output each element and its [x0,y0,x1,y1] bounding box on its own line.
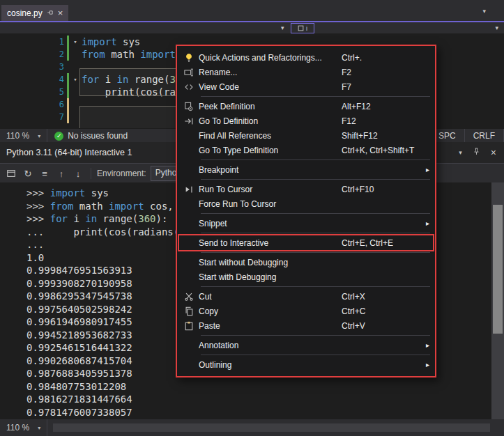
repl-token: sys [85,187,109,198]
menu-item-shortcut: F2 [342,68,421,77]
editor-zoom-value: 110 % [6,131,29,141]
menu-item-label: Cut [199,292,342,302]
menu-item-breakpoint[interactable]: Breakpoint▸ [179,162,433,177]
menu-item-paste[interactable]: PasteCtrl+V [179,318,433,333]
repl-token: ( [132,213,138,224]
tab-label: cosine.py [7,8,43,18]
code-token: math [105,49,141,60]
paste-icon [179,321,199,331]
menu-item-shortcut: Ctrl+F10 [342,185,421,194]
rename-icon [179,68,199,77]
repl-token: import [50,187,86,198]
environment-label: Environment: [97,169,146,178]
menu-item-snippet[interactable]: Snippet▸ [179,216,433,231]
indicator-crlf[interactable]: CRLF [464,129,504,143]
menu-item-copy[interactable]: CopyCtrl+C [179,304,433,318]
menu-item-go-to-type-definition[interactable]: Go To Type DefinitionCtrl+K, Ctrl+Shift+… [179,143,433,157]
menu-item-force-run-to-cursor[interactable]: Force Run To Cursor [179,196,433,211]
reset-icon[interactable]: ↻ [22,169,33,179]
menu-item-quick-actions-and-refactorings[interactable]: Quick Actions and Refactorings...Ctrl+. [179,50,433,65]
menu-item-outlining[interactable]: Outlining▸ [179,357,433,372]
menu-item-label: Send to Interactive [199,238,342,248]
menu-item-cut[interactable]: CutCtrl+X [179,289,433,304]
menu-item-label: Outlining [199,360,342,370]
menu-item-shortcut: Shift+F12 [342,131,421,141]
line-number: 5 [0,86,64,98]
vertical-scrollbar[interactable] [491,182,504,419]
editor-indicators: SPCCRLF [429,129,504,143]
repl-token: math [73,201,109,212]
clear-screen-icon[interactable]: ≡ [39,169,50,179]
menu-item-go-to-definition[interactable]: Go To DefinitionF12 [179,114,433,128]
menu-item-label: View Code [199,82,342,92]
window-menu-chevron-icon[interactable]: ▾ [459,149,462,156]
menu-item-start-without-debugging[interactable]: Start without Debugging [179,255,433,270]
zoom-chevron-icon: ▾ [38,425,40,431]
toolbar-badge[interactable]: i [291,23,314,33]
vertical-scrollbar-thumb[interactable] [493,205,503,334]
menu-separator [201,335,430,336]
repl-token: import [109,201,144,212]
menu-item-view-code[interactable]: View CodeF7 [179,79,433,94]
history-previous-icon[interactable]: ↑ [56,169,67,179]
lightbulb-icon [179,53,199,63]
zoom-chevron-icon: ▾ [38,133,40,139]
menu-item-annotation[interactable]: Annotation▸ [179,338,433,352]
line-number: 6 [0,98,64,111]
fold-chevron-icon[interactable]: ▾ [69,36,82,48]
go-to-definition-icon [179,116,199,126]
cut-icon [179,292,199,302]
repl-token: 0.984807753012208 [26,381,126,392]
context-menu: Quick Actions and Refactorings...Ctrl+.R… [176,45,436,377]
close-tab-icon[interactable]: × [58,8,63,17]
submenu-arrow-icon: ▸ [421,166,429,173]
history-next-icon[interactable]: ↓ [72,169,84,179]
menu-item-shortcut: F7 [342,82,421,92]
menu-item-label: Paste [199,321,342,331]
pin-panel-icon[interactable] [473,148,480,157]
line-number: 3 [0,61,64,73]
repl-token [97,213,102,224]
menu-item-peek-definition[interactable]: Peek DefinitionAlt+F12 [179,99,433,114]
menu-item-send-to-interactive[interactable]: Send to InteractiveCtrl+E, Ctrl+E [179,235,433,250]
pin-icon[interactable] [47,8,54,18]
menu-item-shortcut: F12 [342,116,421,126]
code-token: import [140,49,176,60]
menu-item-run-to-cursor[interactable]: Run To CursorCtrl+F10 [179,182,433,196]
code-text: import sys [82,36,140,48]
tab-bar: cosine.py × ▾ [0,0,504,21]
tab-overflow-chevron-icon[interactable]: ▾ [482,8,486,15]
menu-item-label: Rename... [199,68,342,77]
menu-item-label: Peek Definition [199,102,342,111]
menu-separator [201,179,430,180]
submenu-arrow-icon: ▸ [421,219,429,227]
toolbar-right-chevron-icon[interactable]: ▾ [495,24,498,31]
tab-cosine-py[interactable]: cosine.py × [1,5,68,21]
repl-token: 0.9986295347545738 [26,290,132,302]
interactive-zoom-control[interactable]: 110 % ▾ [0,419,47,436]
submenu-arrow-icon: ▸ [421,341,429,349]
menu-item-label: Force Run To Cursor [199,199,342,209]
menu-item-shortcut: Alt+F12 [342,102,421,111]
repl-token: range [103,213,132,224]
line-number: 2 [0,48,64,61]
status-check-icon: ✓ [54,132,63,141]
menu-item-label: Start with Debugging [199,272,342,282]
editor-zoom-control[interactable]: 110 % ▾ [0,129,47,143]
menu-item-label: Start without Debugging [199,258,342,267]
menu-item-find-all-references[interactable]: Find All ReferencesShift+F12 [179,128,433,143]
menu-item-rename[interactable]: Rename...F2 [179,65,433,79]
repl-token: >>> [26,213,50,224]
fold-slot [69,48,82,61]
code-token: import [82,36,117,47]
toolbar-chevron-icon[interactable]: ▾ [281,24,284,31]
interactive-panel-title: Python 3.11 (64-bit) Interactive 1 [6,148,132,157]
horizontal-scrollbar[interactable] [53,423,490,432]
menu-separator [201,286,430,287]
menu-separator [201,213,430,214]
menu-item-start-with-debugging[interactable]: Start with Debugging [179,270,433,284]
repl-token: ): [156,213,168,224]
code-icon [179,82,199,92]
close-panel-icon[interactable]: × [491,148,496,157]
interactive-window-icon[interactable] [6,169,17,178]
